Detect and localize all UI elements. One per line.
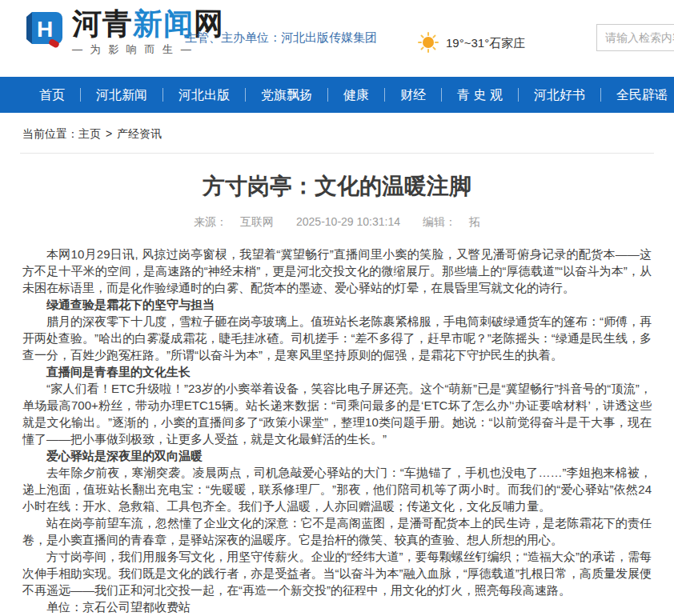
sun-icon xyxy=(418,32,439,55)
sponsor-text: 主管、主办单位：河北出版传媒集团 xyxy=(185,30,377,46)
breadcrumb-label: 当前位置： xyxy=(22,127,78,140)
article-unit-line: 单位：京石公司望都收费站 xyxy=(22,598,652,615)
article-section-heading: 绿通查验是霜花下的坚守与担当 xyxy=(22,296,652,313)
article-body: 本网10月29日讯, 风掠过岗亭窗棂，我望着“冀望畅行”直播间里小窦的笑脸，又瞥… xyxy=(22,246,652,616)
weather-widget: 19°~31°石家庄 xyxy=(418,32,525,55)
nav-item-hebei-books[interactable]: 河北好书 xyxy=(519,77,600,113)
article-paragraph: “家人们看！ETC升级啦！”23岁的小窦举着设备，笑容比电子屏还亮。这个“萌新”… xyxy=(22,380,652,447)
article-editor: 编辑：拓 xyxy=(416,215,487,228)
article-title: 方寸岗亭：文化的温暖注脚 xyxy=(22,171,652,202)
search-input[interactable] xyxy=(596,24,674,51)
svg-text:H: H xyxy=(37,17,53,42)
site-logo-icon: H xyxy=(22,8,66,54)
article-paragraph: 站在岗亭前望车流，忽然懂了企业文化的深意：它不是高阁蓝图，是潘哥配货本上的民生诗… xyxy=(22,514,652,548)
article-paragraph: 去年除夕前夜，寒潮突袭。凌晨两点，司机急敲爱心驿站的大门：“车抛锚了，手机也没电… xyxy=(22,464,652,514)
weather-text: 19°~31°石家庄 xyxy=(446,36,525,51)
article-source: 来源：互联网 xyxy=(187,215,280,228)
nav-item-health[interactable]: 健康 xyxy=(328,77,384,113)
article: 方寸岗亭：文化的温暖注脚 来源：互联网 2025-10-29 10:31:14 … xyxy=(0,171,674,616)
breadcrumb-section-link[interactable]: 产经资讯 xyxy=(117,127,162,140)
article-datetime: 2025-10-29 10:31:14 xyxy=(296,215,400,228)
breadcrumb: 当前位置：主页>产经资讯 xyxy=(20,113,654,154)
nav-item-home[interactable]: 首页 xyxy=(24,77,80,113)
article-paragraph: 腊月的深夜零下十几度，雪粒子砸在岗亭玻璃上。值班站长老陈裹紧棉服，手电筒刺破绿通… xyxy=(22,313,652,363)
article-paragraph: 方寸岗亭间，我们用服务写文化，用坚守传薪火。企业的“经纬大道”，要每颗螺丝钉编织… xyxy=(22,548,652,598)
nav-item-party-flag[interactable]: 党旗飘扬 xyxy=(246,77,327,113)
breadcrumb-home-link[interactable]: 主页 xyxy=(78,127,101,140)
nav-item-hebei-news[interactable]: 河北新闻 xyxy=(81,77,162,113)
main-nav: 首页 河北新闻 河北出版 党旗飘扬 健康 财经 青 史 观 河北好书 全民辟谣 xyxy=(0,77,674,113)
nav-item-qingshiguan[interactable]: 青 史 观 xyxy=(442,77,518,113)
breadcrumb-separator: > xyxy=(106,127,112,140)
nav-item-rumor-refutation[interactable]: 全民辟谣 xyxy=(601,77,674,113)
nav-item-finance[interactable]: 财经 xyxy=(385,77,441,113)
article-section-heading: 直播间是青春里的文化生长 xyxy=(22,363,652,380)
article-meta: 来源：互联网 2025-10-29 10:31:14 编辑：拓 xyxy=(22,215,652,230)
article-section-heading: 爱心驿站是深夜里的双向温暖 xyxy=(22,447,652,464)
article-paragraph: 本网10月29日讯, 风掠过岗亭窗棂，我望着“冀望畅行”直播间里小窦的笑脸，又瞥… xyxy=(22,246,652,296)
nav-item-hebei-publishing[interactable]: 河北出版 xyxy=(163,77,245,113)
site-header: H 河青新闻网 — 为 影 响 而 生 — 主管、主办单位：河北出版传媒集团 1… xyxy=(0,0,674,77)
